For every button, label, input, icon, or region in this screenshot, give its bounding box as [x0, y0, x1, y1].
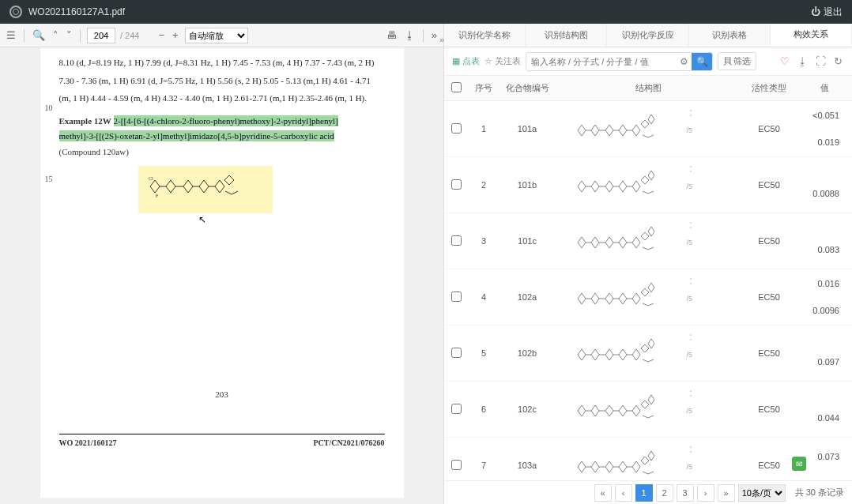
- svg-text:Cl: Cl: [149, 176, 153, 181]
- sort-arrows-icon[interactable]: ˄˅: [689, 391, 692, 401]
- table-row[interactable]: 7103a˄˅/5EC500.073: [444, 438, 852, 481]
- table-row[interactable]: 2101b˄˅/5EC500.0088: [444, 157, 852, 213]
- table-row[interactable]: 4102a˄˅/5EC500.0160.0096: [444, 269, 852, 325]
- cell-structure[interactable]: ˄˅/5: [560, 273, 694, 322]
- example-heading: Example 12W 2-[[4-[6-[(4-chloro-2-fluoro…: [59, 114, 385, 129]
- tab-tables[interactable]: 识别表格: [689, 24, 771, 47]
- sort-arrows-icon[interactable]: ˄˅: [689, 335, 692, 344]
- tab-chem-names[interactable]: 识别化学名称: [444, 24, 526, 47]
- sort-arrows-icon[interactable]: ˄˅: [689, 167, 692, 176]
- col-structure[interactable]: 结构图: [555, 76, 741, 101]
- power-icon: ⏻: [811, 6, 820, 17]
- structure-highlight[interactable]: Cl F: [138, 166, 273, 213]
- cell-compound-id: 101b: [500, 157, 555, 213]
- favorite-icon[interactable]: ♡: [778, 54, 791, 69]
- sidebar-toggle-icon[interactable]: ☰: [5, 28, 17, 43]
- last-page-button[interactable]: »: [718, 484, 735, 502]
- pdf-viewport[interactable]: 8.10 (d, J=8.19 Hz, 1 H) 7.99 (d, J=8.31…: [0, 47, 443, 504]
- cell-value: 0.083: [801, 224, 847, 258]
- col-compound-id[interactable]: 化合物编号: [500, 76, 555, 101]
- cell-activity: EC50: [746, 121, 792, 137]
- row-checkbox[interactable]: [451, 348, 462, 358]
- tab-reactions[interactable]: 识别化学反应: [607, 24, 688, 47]
- logout-button[interactable]: ⏻ 退出: [811, 6, 843, 19]
- page-3-button[interactable]: 3: [677, 484, 694, 502]
- star-icon: ☆: [484, 56, 492, 66]
- page-number-input[interactable]: [87, 28, 115, 43]
- table-row[interactable]: 1101a˄˅/5EC50<0.0510.019: [444, 101, 852, 157]
- zoom-out-icon[interactable]: −: [156, 28, 166, 43]
- tab-structures[interactable]: 识别结构图: [526, 24, 607, 47]
- sort-hint: /5: [686, 295, 692, 303]
- prev-match-icon[interactable]: ˄: [51, 28, 60, 43]
- sort-arrows-icon[interactable]: ˄˅: [689, 111, 692, 120]
- page-number-label: 203: [59, 387, 385, 402]
- filter-button[interactable]: ⾙筛选: [718, 52, 756, 70]
- table-scroll[interactable]: 序号 化合物编号 结构图 活性类型 值 1101a˄˅/5EC50<0.0510…: [444, 76, 852, 480]
- prev-page-button[interactable]: ‹: [615, 484, 632, 502]
- table-row[interactable]: 5102b˄˅/5EC500.097: [444, 325, 852, 382]
- download-icon[interactable]: ⭳: [403, 28, 417, 43]
- refresh-icon[interactable]: ↻: [832, 54, 844, 69]
- sort-arrows-icon[interactable]: ˄˅: [689, 279, 692, 288]
- table-row[interactable]: 3101c˄˅/5EC500.083: [444, 213, 852, 269]
- footer-left: WO 2021/160127: [59, 436, 117, 449]
- zoom-in-icon[interactable]: +: [171, 28, 180, 43]
- search-settings-icon[interactable]: ⚙: [676, 56, 692, 67]
- pdf-page: 8.10 (d, J=8.19 Hz, 1 H) 7.99 (d, J=8.31…: [40, 47, 404, 498]
- highlighted-name: 2-[[4-[6-[(4-chloro-2-fluoro-phenyl)meth…: [114, 115, 338, 126]
- row-checkbox[interactable]: [451, 404, 462, 414]
- search-input[interactable]: [526, 57, 676, 66]
- search-icon[interactable]: 🔍: [31, 28, 47, 43]
- col-value[interactable]: 值: [797, 76, 852, 101]
- cell-structure[interactable]: ˄˅/5: [560, 441, 694, 480]
- select-all-checkbox[interactable]: [451, 82, 462, 92]
- cell-activity: EC50: [746, 345, 792, 361]
- grid-view-button[interactable]: ▦点表: [452, 55, 480, 67]
- nmr-text: 7.30 - 7.36 (m, 1 H) 6.91 (d, J=5.75 Hz,…: [59, 73, 385, 88]
- cell-activity: EC50: [746, 401, 792, 417]
- col-activity[interactable]: 活性类型: [741, 76, 797, 101]
- more-tools-icon[interactable]: »: [430, 28, 439, 43]
- cell-value: 0.0160.0096: [801, 276, 847, 318]
- row-checkbox[interactable]: [451, 235, 462, 246]
- col-index[interactable]: 序号: [468, 76, 500, 101]
- cell-compound-id: 102c: [500, 382, 555, 438]
- sort-arrows-icon[interactable]: ˄˅: [689, 447, 692, 457]
- row-checkbox[interactable]: [451, 123, 462, 134]
- row-checkbox[interactable]: [451, 460, 462, 470]
- annotate-view-button[interactable]: ☆关注表: [484, 55, 521, 67]
- cell-structure[interactable]: ˄˅/5: [560, 160, 694, 209]
- zoom-mode-select[interactable]: 自动缩放: [185, 28, 248, 43]
- cell-value: 0.073: [801, 449, 847, 480]
- page-2-button[interactable]: 2: [656, 484, 673, 502]
- next-page-button[interactable]: ›: [697, 484, 714, 502]
- sort-hint: /5: [686, 463, 692, 471]
- row-checkbox[interactable]: [451, 179, 462, 190]
- cell-structure[interactable]: ˄˅/5: [560, 104, 694, 153]
- search-button[interactable]: 🔍: [692, 52, 712, 71]
- print-icon[interactable]: 🖶: [385, 28, 398, 43]
- first-page-button[interactable]: «: [594, 484, 612, 502]
- page-1-button[interactable]: 1: [635, 484, 653, 502]
- pagination: « ‹ 1 2 3 › » 10条/页 共 30 条记录: [444, 480, 852, 504]
- page-size-select[interactable]: 10条/页: [738, 484, 786, 502]
- next-match-icon[interactable]: ˅: [65, 28, 74, 43]
- table-row[interactable]: 6102c˄˅/5EC500.044: [444, 382, 852, 438]
- cursor-icon: ↖: [198, 212, 206, 228]
- fullscreen-icon[interactable]: ⛶: [814, 54, 827, 69]
- sort-arrows-icon[interactable]: ˄˅: [689, 223, 692, 232]
- collapse-handle-icon[interactable]: »: [439, 35, 444, 44]
- feedback-badge-icon[interactable]: ✉: [792, 457, 806, 471]
- compound-label: (Compound 120aw): [59, 145, 385, 160]
- nmr-text: (m, 1 H) 4.44 - 4.59 (m, 4 H) 4.32 - 4.4…: [59, 91, 385, 106]
- tab-sar[interactable]: 构效关系: [771, 24, 852, 47]
- cell-structure[interactable]: ˄˅/5: [560, 329, 694, 378]
- cell-index: 4: [468, 269, 500, 325]
- cell-compound-id: 101a: [500, 101, 555, 157]
- row-checkbox[interactable]: [451, 291, 462, 302]
- svg-text:F: F: [156, 194, 159, 198]
- cell-structure[interactable]: ˄˅/5: [560, 385, 694, 434]
- cell-structure[interactable]: ˄˅/5: [560, 216, 694, 265]
- export-icon[interactable]: ⭳: [796, 54, 809, 69]
